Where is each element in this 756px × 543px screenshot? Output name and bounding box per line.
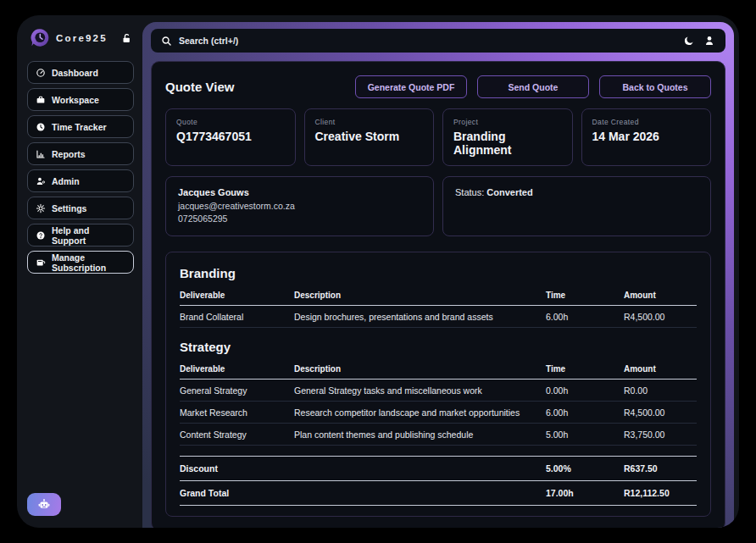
contact-card: Jacques Gouws jacques@creativestorm.co.z… <box>165 176 434 236</box>
cell-time: 0.00h <box>546 385 624 396</box>
grand-total-row: Grand Total 17.00h R12,112.50 <box>180 480 697 506</box>
sidebar-item-reports[interactable]: Reports <box>27 142 134 165</box>
topbar-icons <box>683 35 715 47</box>
discount-percent: 5.00% <box>546 463 624 474</box>
discount-amount: R637.50 <box>624 463 697 474</box>
cell-amount: R0.00 <box>624 385 697 396</box>
card-value: Branding Alignment <box>453 130 562 157</box>
quote-view-panel: Quote View Generate Quote PDF Send Quote… <box>151 61 725 528</box>
user-icon[interactable] <box>703 35 715 47</box>
sidebar-item-label: Workspace <box>52 95 99 105</box>
sidebar-item-label: Admin <box>52 176 80 186</box>
sidebar-item-help-and-support[interactable]: Help and Support <box>27 224 134 247</box>
brand: Core925 <box>27 25 134 61</box>
sidebar-item-label: Help and Support <box>52 225 125 246</box>
status-badge: Converted <box>486 187 532 197</box>
quote-actions: Generate Quote PDF Send Quote Back to Qu… <box>355 75 711 98</box>
sidebar-item-label: Time Tracker <box>52 122 107 132</box>
user-gear-icon <box>36 176 46 186</box>
cell-description: Research competitor landscape and market… <box>294 407 546 418</box>
sidebar-item-label: Manage Subscription <box>52 252 125 273</box>
sidebar-item-manage-subscription[interactable]: Manage Subscription <box>27 251 134 274</box>
table-row: Brand Collateral Design brochures, prese… <box>180 306 697 328</box>
cell-amount: R3,750.00 <box>624 429 697 440</box>
app-window: Core925 Dashboard Workspace <box>17 15 739 528</box>
col-description: Description <box>294 364 546 374</box>
sidebar-item-admin[interactable]: Admin <box>27 169 134 192</box>
contact-status-row: Jacques Gouws jacques@creativestorm.co.z… <box>165 176 711 236</box>
section-title-strategy: Strategy <box>180 340 697 354</box>
card-label: Quote <box>176 118 285 126</box>
section-title-branding: Branding <box>180 266 697 280</box>
table-header: Deliverable Description Time Amount <box>180 285 697 306</box>
contact-name: Jacques Gouws <box>178 187 421 197</box>
quote-number-card: Quote Q1773467051 <box>165 108 296 166</box>
status-line: Status: Converted <box>455 187 698 197</box>
unlock-icon[interactable] <box>120 32 132 44</box>
col-deliverable: Deliverable <box>180 364 294 374</box>
sidebar-item-label: Reports <box>52 149 86 159</box>
cell-deliverable: General Strategy <box>180 385 294 396</box>
gear-icon <box>36 203 46 213</box>
sidebar: Core925 Dashboard Workspace <box>17 15 142 528</box>
help-circle-icon <box>36 230 46 241</box>
quote-info-cards: Quote Q1773467051 Client Creative Storm … <box>165 108 711 166</box>
sidebar-item-time-tracker[interactable]: Time Tracker <box>27 115 134 138</box>
sidebar-nav: Dashboard Workspace Time Tracker <box>27 61 134 278</box>
generate-quote-pdf-button[interactable]: Generate Quote PDF <box>355 75 467 98</box>
card-label: Date Created <box>592 118 701 126</box>
discount-label: Discount <box>180 463 294 474</box>
robot-icon <box>37 498 51 512</box>
search-input[interactable] <box>179 36 676 46</box>
sidebar-item-workspace[interactable]: Workspace <box>27 88 134 111</box>
search-icon <box>161 36 172 47</box>
deliverables-card: Branding Deliverable Description Time Am… <box>165 252 711 517</box>
sidebar-item-settings[interactable]: Settings <box>27 197 134 219</box>
col-time: Time <box>546 291 624 300</box>
table-header: Deliverable Description Time Amount <box>180 359 697 380</box>
page-title: Quote View <box>165 80 234 94</box>
card-value: 14 Mar 2026 <box>592 130 701 143</box>
sidebar-item-label: Settings <box>52 203 86 213</box>
ai-assistant-button[interactable] <box>27 493 61 516</box>
subscription-card-icon <box>36 258 46 268</box>
date-created-card: Date Created 14 Mar 2026 <box>581 108 712 166</box>
cell-description: General Strategy tasks and miscellaneous… <box>294 385 546 396</box>
sidebar-item-label: Dashboard <box>52 68 98 78</box>
cell-deliverable: Content Strategy <box>180 429 294 440</box>
search-bar <box>151 29 725 53</box>
back-to-quotes-button[interactable]: Back to Quotes <box>599 75 711 98</box>
card-label: Client <box>315 118 424 126</box>
main-area: Quote View Generate Quote PDF Send Quote… <box>142 22 734 528</box>
contact-email: jacques@creativestorm.co.za <box>178 200 421 213</box>
cell-time: 5.00h <box>546 429 624 440</box>
clock-icon <box>36 122 46 132</box>
brand-name: Core925 <box>56 33 115 43</box>
bar-chart-icon <box>36 149 46 159</box>
moon-icon[interactable] <box>683 35 695 47</box>
cell-description: Plan content themes and publishing sched… <box>294 429 546 440</box>
card-value: Creative Storm <box>315 130 424 143</box>
col-amount: Amount <box>624 291 697 300</box>
project-card: Project Branding Alignment <box>442 108 573 166</box>
table-row: Content Strategy Plan content themes and… <box>180 424 697 446</box>
cell-amount: R4,500.00 <box>624 407 697 418</box>
briefcase-icon <box>36 95 46 105</box>
sidebar-item-dashboard[interactable]: Dashboard <box>27 61 134 84</box>
col-amount: Amount <box>624 364 697 374</box>
cell-time: 6.00h <box>546 312 624 322</box>
status-card: Status: Converted <box>442 176 711 236</box>
table-row: General Strategy General Strategy tasks … <box>180 380 697 402</box>
contact-phone: 0725065295 <box>178 213 421 225</box>
col-time: Time <box>546 364 624 374</box>
cell-deliverable: Brand Collateral <box>180 312 294 322</box>
send-quote-button[interactable]: Send Quote <box>477 75 589 98</box>
cell-amount: R4,500.00 <box>624 312 697 322</box>
card-value: Q1773467051 <box>176 130 285 143</box>
col-deliverable: Deliverable <box>180 291 294 300</box>
core925-logo-icon <box>29 27 51 49</box>
cell-deliverable: Market Research <box>180 407 294 418</box>
card-label: Project <box>453 118 562 126</box>
cell-description: Design brochures, presentations and bran… <box>294 312 546 322</box>
dashboard-icon <box>36 68 46 78</box>
